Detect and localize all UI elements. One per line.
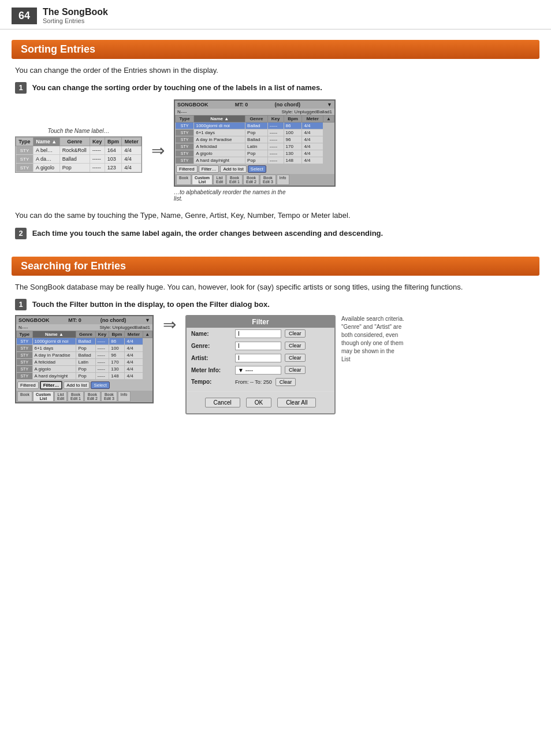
page-header: 64 The SongBook Sorting Entries xyxy=(0,0,551,29)
fp-col-scroll[interactable]: ▲ xyxy=(323,115,334,122)
filter-meter-label: Meter Info: xyxy=(191,367,232,373)
search-tab-book-edit1[interactable]: BookEdit 1 xyxy=(68,391,84,402)
fp-col-meter[interactable]: Meter xyxy=(302,115,323,122)
sorting-intro: You can change the order of the Entries … xyxy=(15,65,536,76)
cell-genre: Pop xyxy=(76,344,95,351)
filter-clear-all-btn[interactable]: Clear All xyxy=(277,398,316,407)
cell-genre: Ballad xyxy=(245,136,268,143)
filter-dialog-title: Filter xyxy=(187,316,334,328)
searching-section: Searching for Entries The SongBook datab… xyxy=(0,257,551,414)
cell-type: STY xyxy=(17,338,33,344)
col-meter[interactable]: Meter xyxy=(122,138,142,146)
cell-genre: Latin xyxy=(76,358,95,365)
step2-text: Each time you touch the same label again… xyxy=(32,229,384,238)
tab-info[interactable]: Info xyxy=(277,175,289,185)
header-title-block: The SongBook Sorting Entries xyxy=(43,7,108,24)
search-add-to-list-btn[interactable]: Add to list xyxy=(64,381,90,389)
filter-meter-input[interactable] xyxy=(235,366,281,375)
cell-type: STY xyxy=(17,372,33,379)
searching-diagram: SONGBOOK MT: 0 (no chord) ▼ N---- Style:… xyxy=(15,315,536,414)
col-bpm[interactable]: Bpm xyxy=(105,138,122,146)
filter-artist-input[interactable] xyxy=(235,354,281,362)
filter-genre-input[interactable] xyxy=(235,342,281,350)
search-aside-note: Available search criteria. "Genre" and "… xyxy=(341,315,405,364)
sp-col-meter[interactable]: Meter xyxy=(125,331,143,338)
fp-col-bpm[interactable]: Bpm xyxy=(284,115,302,122)
cell-scroll xyxy=(143,338,152,344)
fp-col-name[interactable]: Name ▲ xyxy=(194,115,245,122)
table-row: STY A day in Paradise Ballad ----- 96 4/… xyxy=(176,136,334,143)
full-songbook-panel: SONGBOOK MT: 0 (no chord) ▼ N---- Style:… xyxy=(174,99,336,187)
sp-col-key[interactable]: Key xyxy=(95,331,109,338)
tab-book-edit3[interactable]: BookEdit 3 xyxy=(260,175,276,185)
cell-bpm: 100 xyxy=(109,344,125,351)
tab-book[interactable]: Book xyxy=(176,175,191,185)
search-tab-book-edit2[interactable]: BookEdit 2 xyxy=(84,391,100,402)
search-panel-mt: MT: 0 xyxy=(68,317,81,323)
filter-genre-clear[interactable]: Clear xyxy=(285,342,306,350)
cell-meter: 4/4 xyxy=(125,344,143,351)
search-tab-custom-list[interactable]: CustomList xyxy=(33,391,54,402)
col-genre[interactable]: Genre xyxy=(59,138,90,146)
search-filter-btn[interactable]: Filter… xyxy=(40,381,63,390)
search-filtered-btn[interactable]: Filtered xyxy=(17,381,39,389)
cell-meter: 4/4 xyxy=(302,143,323,150)
cell-scroll xyxy=(143,351,152,358)
sp-col-name[interactable]: Name ▲ xyxy=(32,331,76,338)
search-panel-dropdown[interactable]: ▼ xyxy=(145,317,150,323)
searching-section-header: Searching for Entries xyxy=(12,257,539,276)
diagram-note-right: …to alphabetically reorder the names in … xyxy=(174,189,289,202)
filter-btn[interactable]: Filter… xyxy=(199,165,219,173)
cell-name: A gigolo xyxy=(32,365,76,372)
filter-artist-clear[interactable]: Clear xyxy=(285,354,306,362)
col-name-sorted[interactable]: Name ▲ xyxy=(33,138,59,146)
cell-key: ----- xyxy=(95,365,109,372)
col-type[interactable]: Type xyxy=(16,138,33,146)
add-to-list-btn[interactable]: Add to list xyxy=(220,165,246,173)
cell-name: 6+1 days xyxy=(32,344,76,351)
cell-key: ----- xyxy=(267,143,284,150)
cell-name: A felicidad xyxy=(194,143,245,150)
panel-dropdown[interactable]: ▼ xyxy=(327,102,332,108)
search-tab-list-edit[interactable]: ListEdit xyxy=(54,391,67,402)
sp-col-genre[interactable]: Genre xyxy=(76,331,95,338)
tab-list-edit[interactable]: ListEdit xyxy=(213,175,226,185)
filter-name-clear[interactable]: Clear xyxy=(285,329,306,338)
cell-bpm: 123 xyxy=(105,164,122,172)
cell-bpm: 130 xyxy=(109,365,125,372)
table-row: STY A felicidad Latin ----- 170 4/4 xyxy=(176,143,334,150)
search-tab-book-edit3[interactable]: BookEdit 3 xyxy=(101,391,117,402)
tab-book-edit2[interactable]: BookEdit 2 xyxy=(243,175,259,185)
cell-scroll xyxy=(143,344,152,351)
tab-custom-list[interactable]: CustomList xyxy=(192,175,213,185)
filter-ok-btn[interactable]: OK xyxy=(246,398,271,407)
fp-col-genre[interactable]: Genre xyxy=(245,115,268,122)
search-arrow-right: ⇒ xyxy=(159,315,180,334)
filtered-btn[interactable]: Filtered xyxy=(176,165,198,173)
filter-name-label: Name: xyxy=(191,331,232,337)
fp-col-type[interactable]: Type xyxy=(176,115,194,122)
col-key[interactable]: Key xyxy=(90,138,105,146)
filter-cancel-btn[interactable]: Cancel xyxy=(205,398,240,407)
select-btn[interactable]: Select xyxy=(248,165,266,173)
search-tab-info[interactable]: Info xyxy=(118,391,131,402)
cell-scroll xyxy=(323,143,334,150)
sp-col-scroll[interactable]: ▲ xyxy=(143,331,152,338)
sp-col-type[interactable]: Type xyxy=(17,331,33,338)
search-panel-tabs: Book CustomList ListEdit BookEdit 1 Book… xyxy=(16,391,152,402)
table-row: STY 6+1 days Pop ----- 100 4/4 xyxy=(17,344,152,351)
filter-name-input[interactable] xyxy=(235,329,281,338)
cell-genre: Rock&Roll xyxy=(59,146,90,155)
fp-col-key[interactable]: Key xyxy=(267,115,284,122)
search-tab-book[interactable]: Book xyxy=(17,391,32,402)
table-row: STY A gigolo Pop ----- 130 4/4 xyxy=(176,150,334,157)
search-select-btn[interactable]: Select xyxy=(91,381,109,389)
search-panel-header: SONGBOOK MT: 0 (no chord) ▼ xyxy=(16,316,152,324)
tab-book-edit1[interactable]: BookEdit 1 xyxy=(226,175,243,185)
sp-col-bpm[interactable]: Bpm xyxy=(109,331,125,338)
panel-subheader: N---- Style: UnpluggedBallad1 xyxy=(175,109,334,115)
cell-scroll xyxy=(323,122,334,129)
filter-meter-clear[interactable]: Clear xyxy=(285,366,306,374)
cell-bpm: 96 xyxy=(284,136,302,143)
filter-tempo-clear[interactable]: Clear xyxy=(276,378,296,386)
